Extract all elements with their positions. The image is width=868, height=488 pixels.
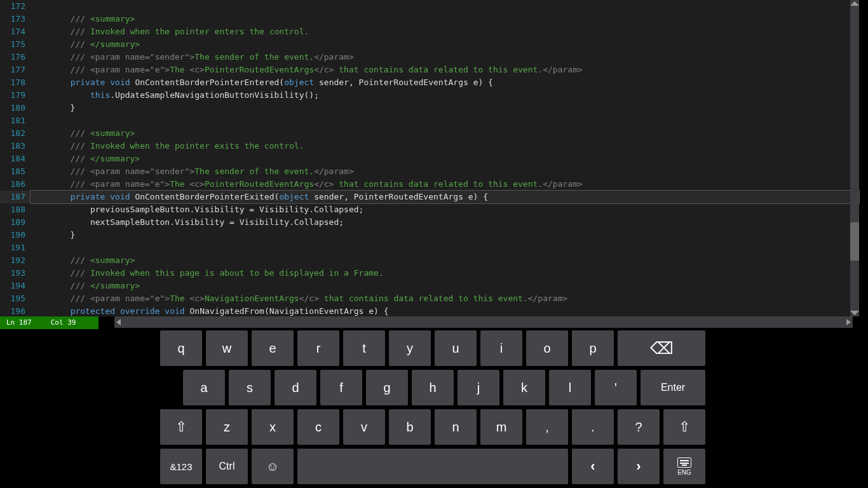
keyboard-icon xyxy=(677,458,691,468)
key-x[interactable]: x xyxy=(252,409,294,445)
line-number: 191 xyxy=(0,241,31,254)
key-shift-right[interactable]: ⇧ xyxy=(663,409,705,445)
code-line[interactable]: /// <param name="e">The <c>PointerRouted… xyxy=(31,64,859,76)
key-language[interactable]: ENG xyxy=(663,449,705,484)
key-e[interactable]: e xyxy=(252,330,294,366)
chevron-left-icon: ‹ xyxy=(590,458,595,475)
code-line[interactable]: private void OnContentBorderPointerExite… xyxy=(31,191,859,203)
code-line[interactable]: } xyxy=(31,229,859,241)
key-w[interactable]: w xyxy=(206,330,248,366)
code-line[interactable]: /// <param name="e">The <c>NavigationEve… xyxy=(31,292,859,305)
backspace-icon: ⌫ xyxy=(650,339,674,358)
code-line[interactable]: /// </summary> xyxy=(31,38,859,51)
key-t[interactable]: t xyxy=(343,330,385,366)
line-number: 196 xyxy=(0,305,31,318)
line-number: 176 xyxy=(0,51,31,64)
line-number-gutter: 1721731741751761771781791801811821831841… xyxy=(0,0,31,316)
key-a[interactable]: a xyxy=(183,370,225,405)
key-apostrophe[interactable]: ' xyxy=(595,370,637,405)
code-line[interactable] xyxy=(31,241,859,254)
code-line[interactable]: private void OnContentBorderPointerEnter… xyxy=(31,76,859,89)
key-i[interactable]: i xyxy=(480,330,522,366)
code-line[interactable]: previousSampleButton.Visibility = Visibi… xyxy=(31,203,859,216)
key-right[interactable]: › xyxy=(618,449,660,484)
code-line[interactable]: /// </summary> xyxy=(31,280,859,292)
key-l[interactable]: l xyxy=(549,370,591,405)
key-r[interactable]: r xyxy=(297,330,339,366)
key-space[interactable] xyxy=(297,449,568,484)
keyboard-row-2: asdfghjkl'Enter xyxy=(183,370,705,405)
key-period[interactable]: . xyxy=(572,409,614,445)
shift-icon: ⇧ xyxy=(679,419,690,435)
line-number: 188 xyxy=(0,203,31,216)
code-line[interactable]: nextSampleButton.Visibility = Visibility… xyxy=(31,216,859,229)
status-line: Ln 187 xyxy=(6,316,32,329)
code-line[interactable]: this.UpdateSampleNavigationButtonVisibil… xyxy=(31,89,859,102)
key-j[interactable]: j xyxy=(458,370,499,405)
code-line[interactable]: /// Invoked when this page is about to b… xyxy=(31,267,859,280)
code-line[interactable]: /// <param name="e">The <c>PointerRouted… xyxy=(31,178,859,191)
line-number: 179 xyxy=(0,89,31,102)
keyboard-row-1: qwertyuiop⌫ xyxy=(160,330,705,366)
scroll-thumb[interactable] xyxy=(850,222,859,261)
scroll-up-icon[interactable] xyxy=(850,1,859,6)
key-n[interactable]: n xyxy=(435,409,477,445)
key-c[interactable]: c xyxy=(297,409,339,445)
key-o[interactable]: o xyxy=(526,330,568,366)
key-y[interactable]: y xyxy=(389,330,431,366)
code-line[interactable]: /// <summary> xyxy=(31,13,859,25)
key-backspace[interactable]: ⌫ xyxy=(618,330,705,366)
vertical-scrollbar[interactable] xyxy=(850,0,859,316)
key-shift-left[interactable]: ⇧ xyxy=(160,409,202,445)
scroll-down-icon[interactable] xyxy=(850,311,859,315)
scroll-left-icon[interactable] xyxy=(116,319,121,325)
code-area[interactable]: /// <summary> /// Invoked when the point… xyxy=(31,0,859,316)
scroll-right-icon[interactable] xyxy=(846,319,851,325)
key-s[interactable]: s xyxy=(229,370,271,405)
code-line[interactable] xyxy=(31,114,859,127)
code-line[interactable]: /// <summary> xyxy=(31,127,859,140)
line-number: 181 xyxy=(0,114,31,127)
line-number: 194 xyxy=(0,280,31,292)
line-number: 186 xyxy=(0,178,31,191)
key-p[interactable]: p xyxy=(572,330,614,366)
status-position: Ln 187 Col 39 xyxy=(0,316,98,329)
key-numsym[interactable]: &123 xyxy=(160,449,202,484)
key-v[interactable]: v xyxy=(343,409,385,445)
code-line[interactable]: } xyxy=(31,102,859,114)
code-line[interactable]: /// Invoked when the pointer enters the … xyxy=(31,25,859,38)
key-g[interactable]: g xyxy=(366,370,408,405)
code-line[interactable]: protected override void OnNavigatedFrom(… xyxy=(31,305,859,318)
line-number: 178 xyxy=(0,76,31,89)
key-d[interactable]: d xyxy=(275,370,316,405)
code-line[interactable] xyxy=(31,0,859,13)
code-line[interactable]: /// </summary> xyxy=(31,152,859,165)
key-h[interactable]: h xyxy=(412,370,454,405)
key-u[interactable]: u xyxy=(435,330,477,366)
key-emoji[interactable]: ☺ xyxy=(252,449,294,484)
key-m[interactable]: m xyxy=(480,409,522,445)
key-z[interactable]: z xyxy=(206,409,248,445)
key-f[interactable]: f xyxy=(320,370,362,405)
key-question[interactable]: ? xyxy=(618,409,660,445)
key-ctrl[interactable]: Ctrl xyxy=(206,449,248,484)
code-editor[interactable]: 1721731741751761771781791801811821831841… xyxy=(0,0,859,316)
code-line[interactable]: /// Invoked when the pointer exits the c… xyxy=(31,140,859,152)
key-enter[interactable]: Enter xyxy=(641,370,705,405)
key-comma[interactable]: , xyxy=(526,409,568,445)
key-q[interactable]: q xyxy=(160,330,202,366)
line-number: 189 xyxy=(0,216,31,229)
key-left[interactable]: ‹ xyxy=(572,449,614,484)
key-b[interactable]: b xyxy=(389,409,431,445)
line-number: 195 xyxy=(0,292,31,305)
line-number: 184 xyxy=(0,152,31,165)
code-line[interactable]: /// <param name="sender">The sender of t… xyxy=(31,165,859,178)
line-number: 193 xyxy=(0,267,31,280)
chevron-right-icon: › xyxy=(636,458,641,475)
code-line[interactable]: /// <param name="sender">The sender of t… xyxy=(31,51,859,64)
key-k[interactable]: k xyxy=(503,370,545,405)
horizontal-scrollbar[interactable] xyxy=(114,316,853,328)
keyboard-row-4: &123 Ctrl ☺ ‹ › ENG xyxy=(160,449,705,484)
line-number: 177 xyxy=(0,64,31,76)
code-line[interactable]: /// <summary> xyxy=(31,254,859,267)
